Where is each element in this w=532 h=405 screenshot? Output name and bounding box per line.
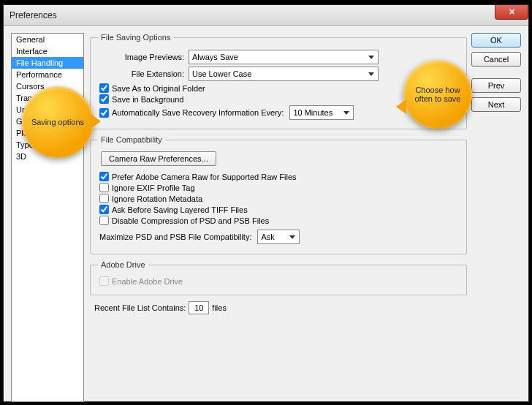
callout-choose-often: Choose how often to save (403, 60, 472, 129)
save-as-original-input[interactable] (99, 83, 109, 93)
auto-save-label: Automatically Save Recovery Information … (112, 108, 284, 117)
save-in-background-input[interactable] (99, 94, 109, 104)
ask-tiff-input[interactable] (99, 205, 109, 214)
recent-suffix: files (212, 303, 227, 312)
file-compatibility-group: File Compatibility Camera Raw Preference… (90, 135, 467, 254)
titlebar: Preferences ✕ (4, 5, 528, 26)
enable-adobe-drive-label: Enable Adobe Drive (112, 277, 183, 286)
callout-saving-text: Saving options (31, 118, 84, 126)
prefer-acr-checkbox[interactable]: Prefer Adobe Camera Raw for Supported Ra… (99, 172, 459, 181)
adobe-drive-legend: Adobe Drive (98, 260, 148, 269)
image-previews-label: Image Previews: (98, 53, 189, 61)
disable-compress-label: Disable Compression of PSD and PSB Files (112, 216, 269, 225)
save-in-background-label: Save in Background (112, 95, 183, 104)
dialog-buttons: OK Cancel Prev Next (471, 33, 521, 116)
callout-tail-icon (396, 99, 406, 114)
window-title: Preferences (10, 10, 57, 20)
sidebar-item-general[interactable]: General (12, 34, 83, 45)
enable-adobe-drive-checkbox: Enable Adobe Drive (99, 276, 459, 286)
callout-saving-options: Saving options (22, 86, 94, 158)
sidebar-item-interface[interactable]: Interface (12, 45, 83, 57)
file-extension-select[interactable]: Use Lower Case (189, 67, 379, 81)
callout-tail-icon (91, 114, 101, 129)
cancel-button[interactable]: Cancel (471, 52, 521, 67)
adobe-drive-group: Adobe Drive Enable Adobe Drive (90, 260, 467, 295)
file-extension-value: Use Lower Case (192, 69, 251, 78)
file-compat-legend: File Compatibility (98, 135, 165, 144)
file-extension-label: File Extension: (98, 69, 189, 78)
maximize-compat-label: Maximize PSD and PSB File Compatibility: (99, 232, 251, 241)
ask-tiff-checkbox[interactable]: Ask Before Saving Layered TIFF Files (99, 205, 459, 214)
disable-compress-input[interactable] (99, 216, 109, 225)
close-icon: ✕ (509, 7, 515, 17)
callout-choose-text: Choose how often to save (409, 86, 466, 103)
maximize-compat-value: Ask (261, 232, 274, 241)
image-previews-select[interactable]: Always Save (189, 50, 379, 64)
recent-files-row: Recent File List Contains: 10 files (94, 301, 467, 314)
ignore-rotation-label: Ignore Rotation Metadata (112, 194, 202, 203)
ok-button[interactable]: OK (471, 33, 521, 48)
ignore-exif-label: Ignore EXIF Profile Tag (112, 183, 195, 192)
ignore-rotation-input[interactable] (99, 194, 109, 203)
disable-compress-checkbox[interactable]: Disable Compression of PSD and PSB Files (99, 216, 459, 225)
image-previews-value: Always Save (192, 53, 238, 61)
enable-adobe-drive-input (99, 276, 109, 286)
file-saving-legend: File Saving Options (98, 33, 173, 42)
sidebar-item-performance[interactable]: Performance (12, 69, 83, 80)
auto-save-interval-value: 10 Minutes (293, 108, 332, 117)
recent-prefix: Recent File List Contains: (94, 303, 186, 312)
ask-tiff-label: Ask Before Saving Layered TIFF Files (112, 205, 248, 214)
prefer-acr-label: Prefer Adobe Camera Raw for Supported Ra… (112, 173, 297, 181)
sidebar-item-file-handling[interactable]: File Handling (12, 57, 83, 69)
maximize-compat-select[interactable]: Ask (257, 230, 300, 244)
prefer-acr-input[interactable] (99, 172, 109, 181)
prev-button[interactable]: Prev (471, 78, 521, 93)
camera-raw-prefs-button[interactable]: Camera Raw Preferences... (101, 151, 216, 166)
next-button[interactable]: Next (471, 97, 521, 112)
close-button[interactable]: ✕ (495, 5, 528, 20)
recent-count-input[interactable]: 10 (189, 301, 209, 314)
auto-save-interval-select[interactable]: 10 Minutes (289, 105, 354, 120)
save-as-original-label: Save As to Original Folder (112, 84, 205, 93)
ignore-exif-checkbox[interactable]: Ignore EXIF Profile Tag (99, 183, 459, 192)
ignore-rotation-checkbox[interactable]: Ignore Rotation Metadata (99, 194, 459, 203)
ignore-exif-input[interactable] (99, 183, 109, 192)
